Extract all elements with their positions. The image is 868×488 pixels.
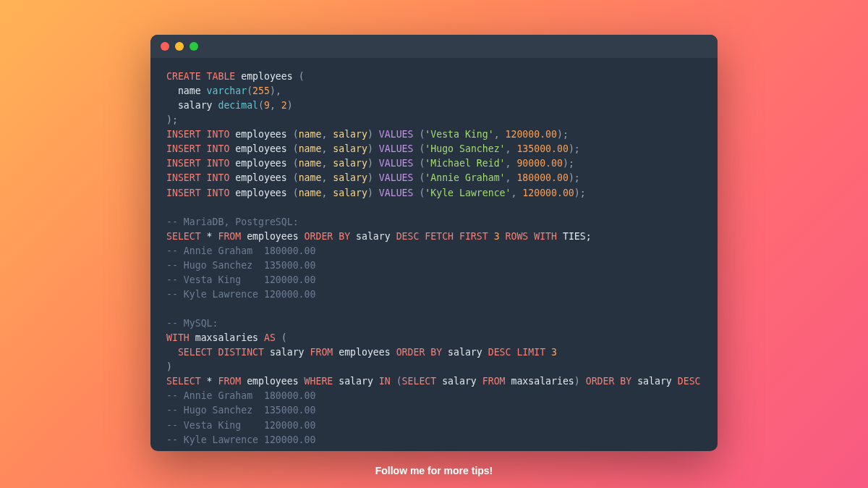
code-token: employees <box>229 129 292 140</box>
code-token <box>545 347 551 358</box>
code-line: -- Kyle Lawrence 120000.00 <box>166 433 702 447</box>
code-token: -- Kyle Lawrence 120000.00 <box>166 289 315 300</box>
footer-caption: Follow me for more tips! <box>0 465 868 476</box>
code-token: ( <box>299 71 305 82</box>
code-token: INSERT INTO <box>166 158 229 169</box>
code-line: INSERT INTO employees (name, salary) VAL… <box>166 186 702 201</box>
code-line: name varchar(255), <box>166 84 702 98</box>
code-token: ( <box>413 158 425 169</box>
code-token: , <box>321 143 333 154</box>
code-token: DESC <box>678 376 701 387</box>
code-token: ROWS WITH <box>506 231 557 242</box>
code-token: name <box>299 129 322 140</box>
code-token: FROM <box>482 376 506 387</box>
code-token: maxsalaries <box>506 376 574 387</box>
code-token: INSERT INTO <box>166 172 229 183</box>
code-token: -- Hugo Sanchez 135000.00 <box>166 405 315 416</box>
code-token: ); <box>569 143 580 154</box>
code-line: INSERT INTO employees (name, salary) VAL… <box>166 156 702 171</box>
code-token: VALUES <box>379 158 414 169</box>
code-token: ( <box>413 188 425 198</box>
code-line: -- MySQL: <box>166 316 702 331</box>
code-token: employees <box>235 71 298 82</box>
close-icon[interactable] <box>161 42 169 51</box>
code-token: salary <box>166 100 218 111</box>
code-token: employees <box>333 347 396 358</box>
code-token: ) <box>574 376 586 387</box>
code-token: ORDER BY <box>396 347 443 358</box>
code-token: 90000.00 <box>516 158 563 169</box>
code-token: , <box>321 129 333 140</box>
code-token: SELECT <box>166 376 201 387</box>
code-token: , <box>321 172 333 183</box>
code-line: SELECT DISTINCT salary FROM employees OR… <box>166 345 702 360</box>
code-token: ) <box>166 361 172 372</box>
code-line: -- Vesta King 120000.00 <box>166 273 702 287</box>
code-token: salary <box>333 172 367 183</box>
code-token: salary <box>350 231 396 242</box>
code-line: -- Hugo Sanchez 135000.00 <box>166 403 702 418</box>
code-token: , <box>321 188 333 198</box>
code-token: name <box>299 188 322 198</box>
code-token: FROM <box>218 231 241 242</box>
code-token: SELECT <box>402 376 437 387</box>
code-line: INSERT INTO employees (name, salary) VAL… <box>166 171 702 185</box>
code-line: -- Annie Graham 180000.00 <box>166 389 702 403</box>
code-token: salary <box>442 347 488 358</box>
code-line <box>166 201 702 215</box>
code-token: ); <box>557 129 569 140</box>
code-token: -- Annie Graham 180000.00 <box>166 390 315 401</box>
code-token: employees <box>229 188 292 198</box>
code-token: -- Kyle Lawrence 120000.00 <box>166 434 315 445</box>
code-token: ORDER BY <box>586 376 632 387</box>
code-token: 'Vesta King' <box>425 129 493 140</box>
code-line: WITH maxsalaries AS ( <box>166 331 702 345</box>
code-token: 'Kyle Lawrence' <box>425 188 511 198</box>
code-token: ( <box>247 85 252 96</box>
code-token: -- Vesta King 120000.00 <box>166 420 315 431</box>
zoom-icon[interactable] <box>190 42 198 51</box>
code-token: DESC FETCH FIRST <box>396 231 488 242</box>
code-line: salary decimal(9, 2) <box>166 98 702 113</box>
code-token: VALUES <box>379 143 414 154</box>
code-token: salary <box>436 376 482 387</box>
code-line: -- Kyle Lawrence 120000.00 <box>166 287 702 302</box>
code-line: -- MariaDB, PostgreSQL: <box>166 215 702 230</box>
code-line: SELECT * FROM employees ORDER BY salary … <box>166 230 702 244</box>
code-token: ( <box>258 100 264 111</box>
code-token: VALUES <box>379 188 414 198</box>
code-token: FROM <box>310 347 333 358</box>
code-token: ( <box>293 188 299 198</box>
code-token: ( <box>293 129 299 140</box>
code-token: 'Annie Graham' <box>425 172 505 183</box>
code-token: INSERT INTO <box>166 129 229 140</box>
code-token: VALUES <box>379 172 414 183</box>
code-line: SELECT * FROM employees WHERE salary IN … <box>166 374 702 389</box>
code-token: SELECT DISTINCT <box>178 347 264 358</box>
code-token: ) <box>367 143 379 154</box>
code-token: employees <box>241 231 304 242</box>
code-token: FROM <box>218 376 241 387</box>
code-token: , <box>494 129 506 140</box>
code-token: ) <box>367 172 379 183</box>
code-token: salary <box>333 158 367 169</box>
code-token: employees <box>229 172 292 183</box>
code-line: -- Vesta King 120000.00 <box>166 418 702 433</box>
code-token: ( <box>293 172 299 183</box>
code-token: 135000.00 <box>516 143 568 154</box>
code-window: CREATE TABLE employees ( name varchar(25… <box>150 35 718 451</box>
code-token: , <box>506 143 517 154</box>
code-token: WITH <box>166 332 190 343</box>
code-token: 9 <box>264 100 270 111</box>
code-token: name <box>299 158 322 169</box>
code-token: 255 <box>252 85 270 96</box>
code-token: -- Vesta King 120000.00 <box>166 274 315 285</box>
code-token: ( <box>276 332 287 343</box>
code-token: ( <box>293 143 299 154</box>
minimize-icon[interactable] <box>175 42 184 51</box>
code-token: salary <box>333 143 367 154</box>
code-token: name <box>166 85 207 96</box>
code-token: -- MariaDB, PostgreSQL: <box>166 216 299 227</box>
code-token: 2 <box>281 100 287 111</box>
code-token: employees <box>241 376 304 387</box>
